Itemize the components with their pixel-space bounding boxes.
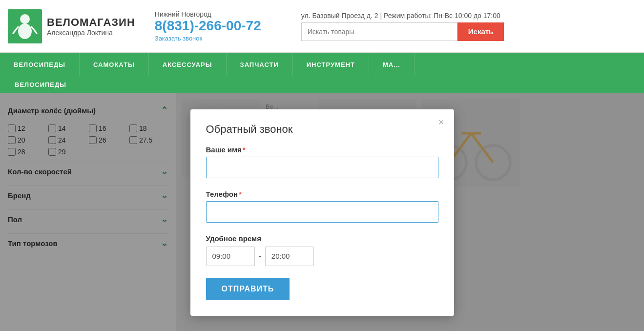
phone-field-group: Телефон* <box>206 190 438 231</box>
nav-item-velosipedy[interactable]: ВЕЛОСИПЕДЫ <box>0 53 80 76</box>
time-label: Удобное время <box>206 234 438 243</box>
submit-button[interactable]: ОТПРАВИТЬ <box>206 278 290 300</box>
svg-point-2 <box>18 23 32 39</box>
name-required-star: * <box>243 145 246 154</box>
phone-input[interactable] <box>206 201 438 223</box>
logo-icon <box>8 9 42 43</box>
time-from-input[interactable] <box>206 247 255 266</box>
search-area: Искать <box>301 22 636 41</box>
nav-item-aksessuary[interactable]: АКСЕССУАРЫ <box>149 53 227 76</box>
callback-link[interactable]: Заказать звонок <box>155 35 202 42</box>
main-layout: Диаметр колёс (дюймы) ⌃ 12 14 16 18 20 2… <box>0 93 644 331</box>
phone-label: Телефон* <box>206 190 438 198</box>
time-inputs: - <box>206 247 438 266</box>
address-text: ул. Базовый Проезд д. 2 | Режим работы: … <box>301 12 636 20</box>
time-separator: - <box>259 252 261 261</box>
breadcrumb: ВЕЛОСИПЕДЫ <box>8 79 73 90</box>
time-field-group: Удобное время - <box>206 234 438 266</box>
nav-item-samokaty[interactable]: САМОКАТЫ <box>80 53 149 76</box>
nav-item-instrument[interactable]: ИНСТРУМЕНТ <box>293 53 369 76</box>
svg-point-1 <box>20 14 30 24</box>
logo-sub: Александра Локтина <box>47 29 135 37</box>
search-button[interactable]: Искать <box>457 22 504 41</box>
modal-overlay: Обратный звонок × Ваше имя* Телефон* Удо… <box>0 93 644 331</box>
phone-area: Нижний Новгород 8(831)-266-00-72 Заказат… <box>155 10 282 42</box>
callback-modal: Обратный звонок × Ваше имя* Телефон* Удо… <box>190 109 454 316</box>
name-label: Ваше имя* <box>206 145 438 154</box>
phone-number: 8(831)-266-00-72 <box>155 18 282 34</box>
logo-area: ВЕЛОМАГАЗИН Александра Локтина <box>8 9 135 43</box>
address-area: ул. Базовый Проезд д. 2 | Режим работы: … <box>301 12 636 41</box>
logo-title: ВЕЛОМАГАЗИН <box>47 16 135 29</box>
modal-title: Обратный звонок <box>206 123 438 136</box>
time-to-input[interactable] <box>265 247 314 266</box>
search-input[interactable] <box>301 22 457 41</box>
header: ВЕЛОМАГАЗИН Александра Локтина Нижний Но… <box>0 0 644 53</box>
logo-text: ВЕЛОМАГАЗИН Александра Локтина <box>47 16 135 37</box>
modal-close-button[interactable]: × <box>438 117 444 127</box>
name-input[interactable] <box>206 157 438 178</box>
city-label: Нижний Новгород <box>155 10 282 18</box>
nav-item-ma[interactable]: МА... <box>369 53 415 76</box>
nav-item-zapchasti[interactable]: ЗАПЧАСТИ <box>227 53 293 76</box>
nav-bar: ВЕЛОСИПЕДЫ САМОКАТЫ АКСЕССУАРЫ ЗАПЧАСТИ … <box>0 53 644 76</box>
breadcrumb-bar: ВЕЛОСИПЕДЫ <box>0 76 644 93</box>
phone-required-star: * <box>239 190 242 198</box>
name-field-group: Ваше имя* <box>206 145 438 187</box>
